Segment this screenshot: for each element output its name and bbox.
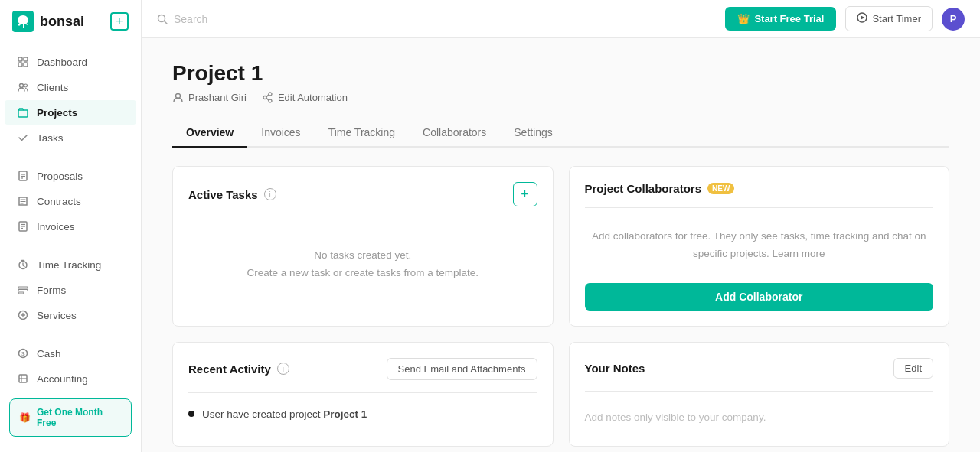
recent-activity-title-row: Recent Activity i [188,363,289,376]
svg-text:$: $ [21,350,25,357]
svg-line-28 [165,21,168,24]
active-tasks-card: Active Tasks i + No tasks created yet. C… [172,166,554,327]
sidebar-item-proposals[interactable]: Proposals [5,164,136,188]
sidebar-navigation: Dashboard Clients Projects Tasks [0,43,141,392]
play-icon [857,12,867,25]
svg-rect-1 [18,57,22,61]
svg-rect-4 [24,63,28,67]
your-notes-divider [585,391,934,392]
owner-name: Prashant Giri [188,92,247,103]
start-timer-label: Start Timer [872,13,921,24]
search-icon [157,14,168,24]
sidebar-item-projects[interactable]: Projects [5,100,136,125]
logo-text: bonsai [40,14,84,30]
svg-rect-17 [18,290,28,291]
dashboard-icon [17,56,29,68]
dashboard-label: Dashboard [37,57,87,68]
send-email-button[interactable]: Send Email and Attachments [387,358,537,380]
empty-line1: No tasks created yet. [314,249,411,261]
sidebar-item-clients[interactable]: Clients [5,75,136,99]
sidebar-item-accounting[interactable]: Accounting [5,366,136,391]
cash-icon: $ [17,347,29,359]
crown-icon: 👑 [737,13,750,24]
svg-point-32 [263,96,266,99]
recent-activity-divider [188,392,537,393]
tab-invoices[interactable]: Invoices [247,119,314,148]
sidebar-item-cash[interactable]: $ Cash [5,341,136,366]
svg-point-34 [269,99,272,102]
forms-label: Forms [37,285,66,296]
topbar: Search 👑 Start Free Trial Start Timer P [142,0,980,38]
cash-label: Cash [37,348,61,359]
sidebar: bonsai + Dashboard Clients Projects [0,0,142,452]
sidebar-item-taxes[interactable]: Taxes [5,392,136,392]
start-trial-label: Start Free Trial [754,13,824,24]
svg-line-36 [266,98,269,101]
bonsai-logo-icon [12,11,34,32]
add-collaborator-button[interactable]: Add Collaborator [585,283,934,311]
start-timer-button[interactable]: Start Timer [845,6,933,31]
time-tracking-icon [17,259,29,271]
search-placeholder: Search [174,13,207,25]
sidebar-item-dashboard[interactable]: Dashboard [5,50,136,74]
empty-line2: Create a new task or create tasks from a… [247,267,479,278]
search-bar[interactable]: Search [157,13,716,25]
topbar-actions: 👑 Start Free Trial Start Timer P [725,6,965,31]
forms-icon [17,284,29,296]
promo-button[interactable]: 🎁 Get One Month Free [9,398,132,437]
sidebar-item-tasks[interactable]: Tasks [5,125,136,150]
project-tabs: Overview Invoices Time Tracking Collabor… [172,119,949,148]
tab-collaborators[interactable]: Collaborators [409,119,500,148]
promo-label: Get One Month Free [37,407,122,428]
activity-dot-icon [188,411,194,417]
sidebar-logo: bonsai + [0,0,141,43]
svg-point-5 [20,84,24,88]
your-notes-card: Your Notes Edit Add notes only visible t… [569,342,950,447]
edit-automation[interactable]: Edit Automation [262,92,348,103]
invoices-label: Invoices [37,221,75,233]
owner-icon [172,92,184,103]
proposals-icon [17,170,29,182]
sidebar-item-invoices[interactable]: Invoices [5,214,136,239]
tab-overview[interactable]: Overview [172,119,247,148]
collaborators-title: Project Collaborators [585,182,702,195]
collaborators-title-row: Project Collaborators NEW [585,182,735,195]
project-title: Project 1 [172,61,949,86]
tasks-icon [17,132,29,144]
recent-activity-title: Recent Activity [188,363,271,376]
start-trial-button[interactable]: 👑 Start Free Trial [725,7,836,31]
your-notes-header: Your Notes Edit [585,358,934,379]
add-task-button[interactable]: + [513,182,537,206]
sidebar-item-contracts[interactable]: Contracts [5,189,136,213]
svg-rect-2 [24,57,28,61]
notes-empty-text: Add notes only visible to your company. [585,404,934,431]
projects-label: Projects [37,107,77,119]
user-avatar[interactable]: P [942,8,965,31]
activity-item: User have created project Project 1 [188,405,537,423]
recent-activity-header: Recent Activity i Send Email and Attachm… [188,358,537,380]
recent-activity-info-icon[interactable]: i [277,363,289,375]
edit-notes-button[interactable]: Edit [893,358,933,379]
svg-point-6 [24,84,28,87]
sidebar-item-services[interactable]: Services [5,303,136,327]
active-tasks-header: Active Tasks i + [188,182,537,206]
clients-icon [17,81,29,93]
tab-time-tracking[interactable]: Time Tracking [315,119,409,148]
sidebar-item-time-tracking[interactable]: Time Tracking [5,252,136,277]
automation-icon [262,92,273,103]
svg-rect-18 [18,292,24,294]
accounting-icon [17,372,29,385]
invoices-icon [17,220,29,233]
add-new-button[interactable]: + [110,12,129,31]
tab-settings[interactable]: Settings [500,119,567,148]
active-tasks-info-icon[interactable]: i [264,188,276,200]
project-owner[interactable]: Prashant Giri [172,92,247,103]
svg-rect-3 [18,63,22,67]
active-tasks-divider [188,219,537,219]
svg-point-33 [269,93,272,96]
accounting-label: Accounting [37,373,88,385]
sidebar-item-forms[interactable]: Forms [5,278,136,302]
collaborators-divider [585,207,934,208]
your-notes-title: Your Notes [585,362,645,375]
main-content: Search 👑 Start Free Trial Start Timer P … [142,0,980,452]
